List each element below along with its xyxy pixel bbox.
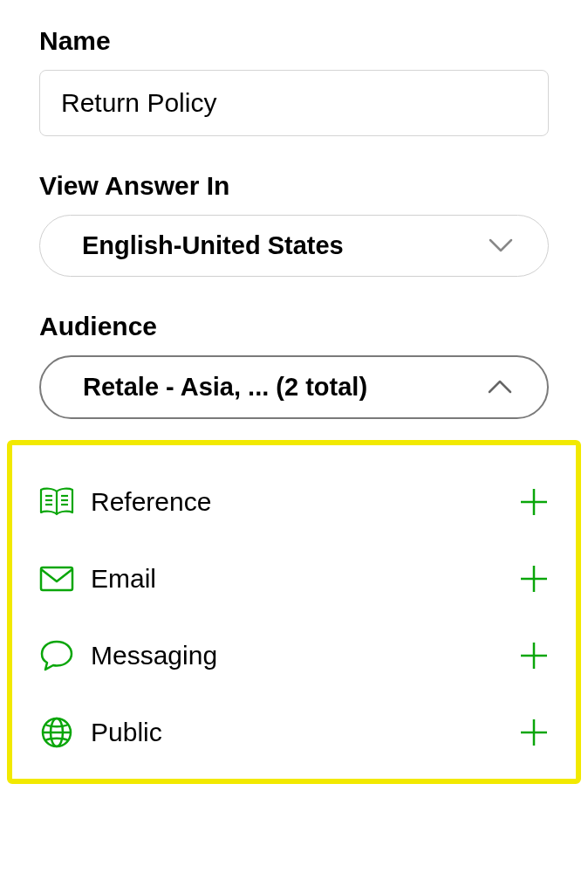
audience-label: Audience bbox=[39, 312, 549, 341]
globe-icon bbox=[38, 714, 75, 751]
channel-row-email: Email bbox=[38, 548, 550, 625]
add-public-button[interactable] bbox=[518, 717, 550, 748]
chevron-down-icon bbox=[487, 231, 515, 260]
add-email-button[interactable] bbox=[518, 563, 550, 595]
svg-rect-9 bbox=[41, 567, 72, 590]
audience-field: Audience Retale - Asia, ... (2 total) bbox=[39, 312, 549, 419]
audience-select[interactable]: Retale - Asia, ... (2 total) bbox=[39, 355, 549, 419]
view-answer-value: English-United States bbox=[82, 231, 344, 260]
channel-label: Messaging bbox=[91, 641, 518, 670]
name-input[interactable] bbox=[39, 70, 549, 136]
channel-label: Email bbox=[91, 564, 518, 594]
channel-label: Public bbox=[91, 718, 518, 747]
book-icon bbox=[38, 484, 75, 520]
add-messaging-button[interactable] bbox=[518, 640, 550, 671]
view-answer-label: View Answer In bbox=[39, 171, 549, 201]
channel-row-messaging: Messaging bbox=[38, 625, 550, 702]
chat-icon bbox=[38, 637, 75, 674]
chevron-up-icon bbox=[486, 373, 514, 402]
channel-row-public: Public bbox=[38, 702, 550, 763]
audience-value: Retale - Asia, ... (2 total) bbox=[83, 373, 367, 402]
add-reference-button[interactable] bbox=[518, 486, 550, 518]
channel-label: Reference bbox=[91, 487, 518, 517]
name-label: Name bbox=[39, 26, 549, 56]
channel-row-reference: Reference bbox=[38, 471, 550, 548]
name-field: Name bbox=[39, 26, 549, 136]
channel-list: Reference Email Messaging bbox=[7, 440, 581, 784]
mail-icon bbox=[38, 560, 75, 597]
view-answer-field: View Answer In English-United States bbox=[39, 171, 549, 277]
view-answer-select[interactable]: English-United States bbox=[39, 215, 549, 277]
